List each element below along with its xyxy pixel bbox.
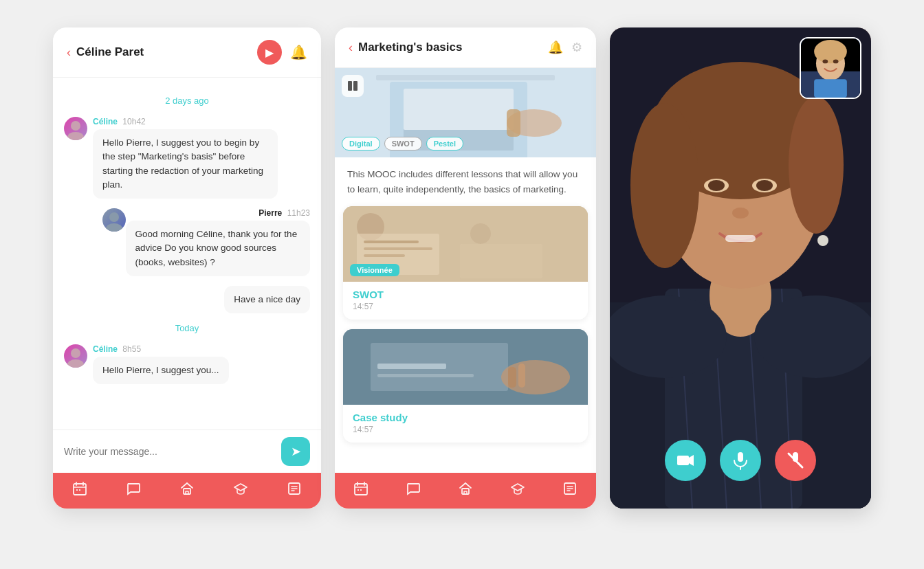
message-meta: Céline 10h42 [93,117,278,126]
nav-education-icon[interactable] [233,481,248,500]
nav-home-icon[interactable] [458,481,473,500]
svg-point-68 [708,180,725,191]
end-call-button[interactable] [775,440,816,481]
message-bubble: Good morning Céline, thank you for the a… [126,221,311,276]
svg-point-65 [630,103,699,268]
chat-input[interactable] [64,446,276,457]
message-bubble-wrap: Céline 10h42 Hello Pierre, I suggest you… [93,117,278,199]
svg-rect-13 [186,491,188,494]
svg-rect-46 [358,489,359,491]
chat-input-area: ➤ [53,429,321,473]
nav-education-icon[interactable] [510,481,525,500]
chat-bottom-nav [53,473,321,509]
message-row: Have a nice day [64,286,310,313]
svg-rect-80 [814,79,847,98]
message-time: 11h23 [287,208,310,218]
nav-news-icon[interactable] [287,481,302,500]
video-play-button[interactable] [342,75,364,97]
back-arrow-icon[interactable]: ‹ [349,41,353,55]
nav-calendar-icon[interactable] [353,481,368,500]
video-call-button[interactable]: ▶ [257,40,282,65]
svg-point-33 [470,223,491,244]
tag-digital[interactable]: Digital [342,137,380,150]
svg-rect-83 [677,456,689,465]
message-bubble-wrap: Céline 8h55 Hello Pierre, I suggest you.… [93,344,229,384]
course-card-swot[interactable]: Visionnée SWOT 14:57 [343,206,588,320]
video-call-panel [610,27,871,509]
svg-rect-32 [364,254,405,257]
course-badge-viewed: Visionnée [350,264,399,276]
course-card-info-swot: SWOT 14:57 [343,282,588,320]
course-card-image-swot: Visionnée [343,206,588,282]
course-bottom-nav [335,473,596,509]
video-background [610,27,871,509]
svg-point-5 [67,359,84,368]
tag-swot[interactable]: SWOT [384,137,422,150]
message-time: 8h55 [122,344,141,354]
course-card-image-case-study [343,329,588,405]
course-card-title-case-study: Case study [353,412,578,423]
svg-rect-25 [348,81,352,91]
send-button[interactable]: ➤ [281,437,310,466]
tag-pestel[interactable]: Pestel [426,137,463,150]
svg-point-66 [789,96,844,234]
course-card-info-case-study: Case study 14:57 [343,405,588,443]
svg-rect-10 [76,489,78,491]
svg-rect-31 [364,247,432,250]
course-description: This MOOC includes different lessons tha… [335,157,596,206]
svg-rect-30 [364,241,419,243]
course-title: Marketing's basics [358,41,462,54]
avatar-celine [64,344,87,368]
date-divider-today: Today [64,323,310,333]
svg-point-1 [67,132,84,140]
course-hero-image: Digital SWOT Pestel [335,68,596,157]
message-row: Céline 8h55 Hello Pierre, I suggest you.… [64,344,310,384]
message-row: Pierre 11h23 Good morning Céline, thank … [64,208,310,276]
case-study-background [343,329,588,405]
course-card-time-swot: 14:57 [353,302,578,311]
date-divider-2days: 2 days ago [64,96,310,106]
course-header-left: ‹ Marketing's basics [349,41,462,55]
message-meta: Céline 8h55 [93,344,229,354]
notification-bell-icon[interactable]: 🔔 [548,40,563,55]
back-arrow-icon[interactable]: ‹ [67,45,71,60]
send-icon: ➤ [291,444,301,459]
pip-person-visual [801,38,860,98]
nav-chat-icon[interactable] [126,481,141,500]
svg-point-70 [756,180,773,191]
video-icon: ▶ [265,46,274,59]
svg-rect-40 [508,367,516,388]
settings-gear-icon[interactable]: ⚙ [571,40,582,55]
chat-title: Céline Paret [76,45,144,59]
message-bubble-wrap: Have a nice day [224,286,310,313]
notification-bell-icon[interactable]: 🔔 [290,44,307,60]
chat-header-left: ‹ Céline Paret [67,45,144,60]
course-tags: Digital SWOT Pestel [342,137,463,150]
toggle-mic-button[interactable] [720,440,761,481]
sender-name: Pierre [258,208,282,218]
nav-calendar-icon[interactable] [72,481,87,500]
nav-news-icon[interactable] [562,481,578,500]
toggle-video-button[interactable] [665,440,706,481]
svg-rect-84 [738,452,743,462]
course-body: Digital SWOT Pestel This MOOC includes d… [335,68,596,473]
svg-point-62 [817,235,828,246]
chat-body: 2 days ago Céline 10h42 Hello Pierre, I … [53,78,321,429]
svg-point-0 [71,121,80,131]
course-card-title-swot: SWOT [353,289,578,300]
svg-rect-49 [464,491,467,494]
sender-name: Céline [93,117,118,126]
svg-rect-22 [376,75,555,80]
course-panel: ‹ Marketing's basics 🔔 ⚙ [335,27,596,509]
main-container: ‹ Céline Paret ▶ 🔔 2 days ago Céline [0,0,924,569]
svg-rect-26 [353,81,358,91]
message-meta: Pierre 11h23 [126,208,311,218]
nav-chat-icon[interactable] [406,481,421,500]
course-card-time-case-study: 14:57 [353,425,578,434]
message-bubble: Hello Pierre, I suggest you to begin by … [93,129,278,199]
message-bubble: Hello Pierre, I suggest you... [93,357,229,384]
nav-home-icon[interactable] [179,481,195,500]
course-card-case-study[interactable]: Case study 14:57 [343,329,588,443]
svg-point-81 [823,60,828,64]
svg-point-79 [814,40,847,63]
